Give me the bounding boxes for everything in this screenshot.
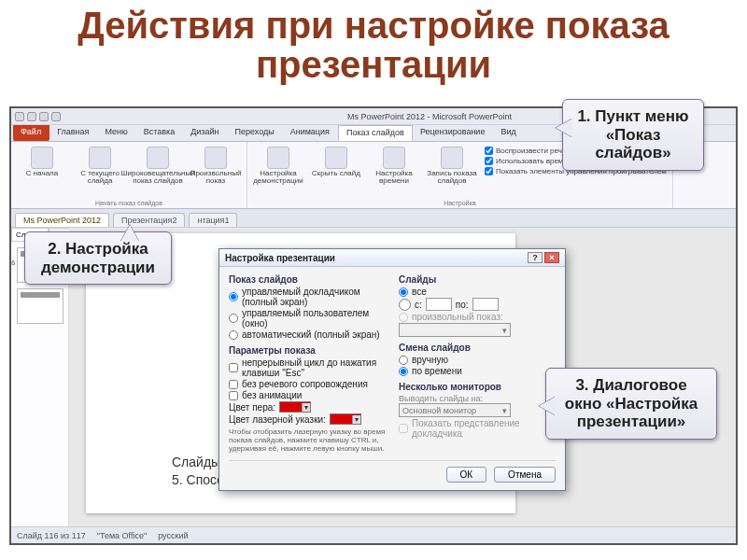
tab-file[interactable]: Файл: [13, 125, 49, 141]
laser-hint: Чтобы отобразить лазерную указку во врем…: [229, 428, 386, 453]
close-icon[interactable]: ×: [544, 252, 559, 263]
section-heading: Слайды: [399, 274, 556, 285]
dialog-titlebar: Настройка презентации ? ×: [219, 249, 565, 267]
btn-from-beginning[interactable]: С начала: [15, 145, 69, 188]
doc-tab[interactable]: нтация1: [189, 213, 237, 227]
laser-color-field: Цвет лазерной указки:: [229, 413, 386, 425]
callout-1: 1. Пункт меню «Показ слайдов»: [562, 99, 704, 171]
from-spinner[interactable]: [426, 298, 452, 311]
powerpoint-screenshot: Ms PowerPoint 2012 - Microsoft PowerPoin…: [9, 106, 738, 545]
setup-icon: [267, 147, 289, 169]
doc-tab[interactable]: Ms PowerPoint 2012: [15, 213, 109, 227]
radio-timings[interactable]: по времени: [399, 366, 556, 376]
laser-color-swatch[interactable]: [330, 413, 361, 425]
btn-setup-show[interactable]: Настройка демонстрации: [251, 145, 305, 188]
tab-menu[interactable]: Меню: [97, 125, 135, 141]
tab-animation[interactable]: Анимация: [283, 125, 338, 141]
tab-review[interactable]: Рецензирование: [413, 125, 494, 141]
radio-all-slides[interactable]: все: [399, 287, 556, 297]
callout-2: 2. Настройка демонстрации: [24, 231, 172, 285]
label: С начала: [26, 170, 58, 177]
section-heading: Показ слайдов: [229, 274, 386, 285]
section-heading: Несколько мониторов: [399, 382, 556, 392]
btn-record[interactable]: Запись показа слайдов: [425, 145, 479, 188]
timer-icon: [383, 147, 405, 169]
btn-custom-show[interactable]: Произвольный показ: [189, 145, 243, 188]
group-label: Настройка: [444, 200, 475, 206]
btn-hide-slide[interactable]: Скрыть слайд: [309, 145, 363, 188]
play-icon: [31, 147, 53, 169]
dialog-title: Настройка презентации: [225, 253, 335, 263]
status-slide-pos: Слайд 116 из 117: [17, 531, 86, 540]
qat-icon: [39, 112, 49, 121]
radio-kiosk[interactable]: автоматический (полный экран): [229, 329, 386, 340]
play-current-icon: [89, 147, 111, 169]
section-show-type: Показ слайдов управляемый докладчиком (п…: [229, 274, 386, 453]
radio-presenter[interactable]: управляемый докладчиком (полный экран): [229, 287, 386, 307]
check-no-narration[interactable]: без речевого сопровождения: [229, 379, 386, 389]
group-label: Начать показ слайдов: [95, 200, 162, 206]
status-theme: "Тема Office": [97, 531, 147, 540]
slide-thumbnail[interactable]: [17, 288, 63, 324]
pen-color-field: Цвет пера:: [229, 401, 386, 413]
tab-home[interactable]: Главная: [49, 125, 97, 141]
cancel-button[interactable]: Отмена: [494, 467, 556, 483]
tab-design[interactable]: Дизайн: [183, 125, 227, 141]
ok-button[interactable]: ОК: [446, 467, 487, 483]
chevron-down-icon: ▾: [502, 406, 507, 415]
custom-show-dropdown: ▾: [399, 323, 511, 337]
to-spinner[interactable]: [472, 298, 499, 311]
tab-slideshow[interactable]: Показ слайдов: [338, 125, 413, 141]
section-heading: Параметры показа: [229, 345, 386, 356]
label: Настройка демонстрации: [253, 170, 303, 186]
help-icon[interactable]: ?: [528, 252, 543, 263]
pen-color-swatch[interactable]: [279, 401, 311, 413]
label: Произвольный показ: [190, 170, 242, 186]
statusbar: Слайд 116 из 117 "Тема Office" русский: [11, 526, 736, 543]
slide-title: Действия при настройке показа презентаци…: [0, 0, 747, 88]
section-heading: Смена слайдов: [399, 343, 556, 353]
callout-3: 3. Диалоговое окно «Настройка презентаци…: [545, 368, 717, 440]
hide-icon: [325, 147, 347, 169]
thumb-number: 116: [9, 259, 15, 266]
label: Скрыть слайд: [312, 170, 360, 177]
check-loop[interactable]: непрерывный цикл до нажатия клавиши "Esc…: [229, 357, 386, 378]
tab-view[interactable]: Вид: [493, 125, 524, 141]
label: С текущего слайда: [75, 170, 125, 186]
qat-icon: [15, 112, 24, 121]
tab-transitions[interactable]: Переходы: [227, 125, 282, 141]
monitor-dropdown: Основной монитор▾: [399, 403, 511, 417]
check-presenter-view: Показать представление докладчика: [399, 418, 556, 439]
qat-icon: [27, 112, 36, 121]
quick-access-toolbar: [11, 112, 123, 121]
radio-manual[interactable]: вручную: [399, 355, 556, 365]
tab-insert[interactable]: Вставка: [136, 125, 183, 141]
radio-range-slides[interactable]: с:по:: [399, 298, 556, 311]
radio-window[interactable]: управляемый пользователем (окно): [229, 308, 386, 329]
section-right: Слайды все с:по: произвольный показ: ▾ С…: [399, 274, 556, 453]
btn-broadcast[interactable]: Широковещательный показ слайдов: [131, 145, 185, 188]
setup-show-dialog: Настройка презентации ? × Показ слайдов …: [218, 248, 566, 491]
label: Широковещательный показ слайдов: [120, 170, 194, 186]
btn-rehearse[interactable]: Настройка времени: [367, 145, 421, 188]
label: Настройка времени: [369, 170, 419, 186]
broadcast-icon: [147, 147, 169, 169]
label: Запись показа слайдов: [427, 170, 477, 186]
chevron-down-icon: ▾: [502, 326, 507, 335]
qat-icon: [51, 112, 61, 121]
radio-custom-show[interactable]: произвольный показ:: [399, 312, 556, 322]
btn-from-current[interactable]: С текущего слайда: [73, 145, 127, 188]
custom-show-icon: [204, 147, 227, 169]
check-no-animation[interactable]: без анимации: [229, 390, 386, 400]
ribbon-group-start: С начала С текущего слайда Широковещател…: [11, 142, 247, 208]
record-icon: [441, 147, 463, 169]
status-language[interactable]: русский: [158, 531, 188, 540]
